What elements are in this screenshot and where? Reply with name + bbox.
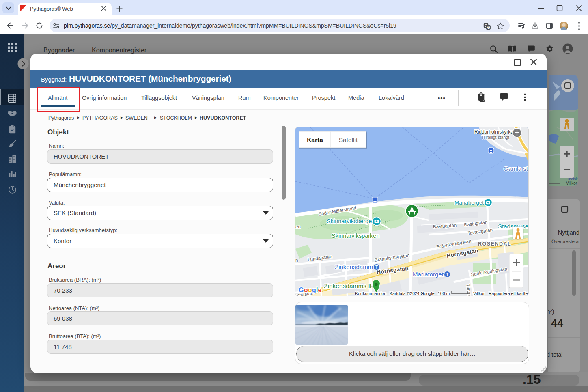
svg-text:Villkor: Villkor: [473, 291, 485, 296]
svg-text:Gamla stan: Gamla stan: [504, 165, 529, 172]
svg-text:Zinkensdamm: Zinkensdamm: [335, 263, 373, 270]
svg-text:Kortkommandon: Kortkommandon: [355, 291, 386, 296]
svg-text:G: G: [299, 286, 304, 293]
svg-text:Villkor: Villkor: [566, 181, 577, 185]
svg-text:Riddarholmskyrkan: Riddarholmskyrkan: [474, 129, 516, 135]
svg-text:Överprestera: Överprestera: [551, 239, 579, 244]
svg-text:Skinnarviksberget: Skinnarviksberget: [327, 218, 373, 224]
svg-text:文: 文: [487, 26, 490, 29]
svg-text:g: g: [312, 286, 316, 293]
svg-text:o: o: [308, 286, 312, 293]
svg-text:100 m: 100 m: [438, 291, 450, 296]
svg-text:Kartdata ©2024 Google: Kartdata ©2024 Google: [390, 291, 435, 296]
svg-text:Skinnarviksparken: Skinnarviksparken: [332, 233, 379, 239]
svg-text:Mariaberget: Mariaberget: [454, 200, 484, 206]
svg-text:Tillfälligt stängt: Tillfälligt stängt: [481, 135, 509, 140]
svg-text:ROSENDAL: ROSENDAL: [478, 241, 511, 247]
svg-text:n: n: [295, 258, 298, 263]
svg-text:44: 44: [551, 317, 563, 330]
svg-text:Nyttjand: Nyttjand: [558, 229, 579, 236]
svg-text:Satellit: Satellit: [339, 136, 358, 143]
svg-text:Mariatorget: Mariatorget: [413, 271, 444, 278]
svg-text:Karta: Karta: [307, 136, 323, 143]
svg-text:Indisk: Indisk: [568, 177, 578, 181]
svg-text:o: o: [304, 286, 308, 293]
svg-text:Rapportera ett kartfel: Rapportera ett kartfel: [489, 291, 529, 296]
svg-text:T: T: [446, 272, 448, 277]
svg-text:ad total: ad total: [548, 351, 563, 358]
svg-text:e: e: [318, 286, 322, 293]
svg-text:en: en: [295, 224, 301, 229]
svg-text:T: T: [375, 265, 378, 269]
svg-text:Zinkensdamms IP: Zinkensdamms IP: [324, 282, 374, 289]
svg-text:m²): m²): [548, 308, 554, 315]
